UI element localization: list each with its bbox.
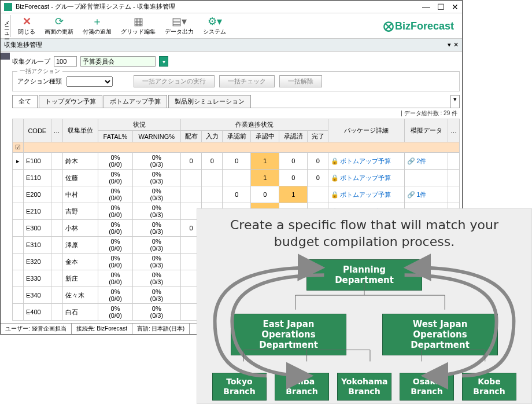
group-dropdown-button[interactable]: ▾ [159, 56, 168, 67]
bulk-release-button[interactable]: 一括解除 [279, 75, 322, 87]
col-status-group: 状況 [98, 119, 181, 131]
col-approved[interactable]: 承認済 [279, 131, 308, 142]
cell-unit: 佐藤 [62, 170, 98, 186]
cell-mock: 🔗2件 [405, 153, 448, 170]
close-button[interactable]: ✕ 閉じる [13, 14, 40, 37]
col-mock[interactable]: 模擬データ [405, 119, 448, 142]
side-tab[interactable]: 収集単位詳細 [1, 53, 10, 60]
row-pointer [13, 203, 24, 220]
tab-bottomup[interactable]: ボトムアップ予算 [104, 95, 167, 108]
data-output-button[interactable]: ▤▾ データ出力 [160, 14, 198, 37]
status-user: ユーザー: 経営企画担当 [1, 324, 72, 334]
group-code-input[interactable] [54, 56, 77, 67]
checkbox-icon[interactable]: ☑ [13, 142, 24, 153]
cell-code: E200 [24, 186, 51, 203]
add-note-button[interactable]: ＋ 付箋の追加 [78, 14, 116, 37]
group-label: 収集グループ [12, 57, 50, 66]
mock-link[interactable]: 🔗1件 [407, 191, 426, 198]
col-input[interactable]: 入力 [202, 131, 223, 142]
data-output-icon: ▤▾ [173, 16, 185, 27]
cell-code: E110 [24, 170, 51, 186]
cell-input [202, 170, 223, 186]
cell-code: E300 [24, 220, 51, 237]
cell-warning: 0%(0/3) [132, 170, 180, 186]
bulk-execute-button[interactable]: 一括アクションの実行 [134, 75, 215, 87]
bulk-check-button[interactable]: 一括チェック [219, 75, 275, 87]
cell-dist [181, 186, 202, 203]
package-link[interactable]: 🔒ボトムアップ予算 [331, 191, 391, 198]
panel-menu-icon[interactable]: ▾ [448, 41, 451, 49]
cell-approved: 0 [279, 153, 308, 170]
cell-warning: 0%(0/3) [132, 186, 180, 203]
window-title: BizForecast - グループ経営管理システム - 収集進捗管理 [16, 2, 422, 11]
col-fatal[interactable]: FATAL% [98, 131, 132, 142]
lock-icon: 🔒 [331, 157, 339, 164]
cell-warning: 0%(0/3) [132, 270, 180, 287]
table-row[interactable]: E200中村0%(0/0)0%(0/3)001🔒ボトムアップ予算🔗1件 [13, 186, 460, 203]
col-unit[interactable]: 収集単位 [62, 119, 98, 142]
cell-fatal: 0%(0/0) [98, 237, 132, 254]
row-pointer [13, 186, 24, 203]
org-west: West Japan Operations Department [382, 314, 498, 355]
toolbar: メニュー ✕ 閉じる ⟳ 画面の更新 ＋ 付箋の追加 ▦ グリッド編集 ▤▾ デ… [1, 13, 462, 39]
status-language: 言語: 日本語(日本) [132, 324, 190, 334]
tab-overflow-button[interactable]: ▾ [450, 95, 460, 108]
panel-close-icon[interactable]: ✕ [453, 41, 459, 49]
panel-title: 収集進捗管理 [4, 41, 42, 49]
package-link[interactable]: 🔒ボトムアップ予算 [331, 157, 391, 164]
cell-package: 🔒ボトムアップ予算 [328, 186, 405, 203]
org-kobe: Kobe Branch [462, 373, 516, 401]
cell-approved: 1 [279, 186, 308, 203]
col-code[interactable]: CODE [24, 119, 51, 142]
col-warning[interactable]: WARNING% [132, 131, 180, 142]
row-pointer [13, 287, 24, 304]
col-dist[interactable]: 配布 [181, 131, 202, 142]
table-row[interactable]: ▸E100鈴木0%(0/0)0%(0/3)000100🔒ボトムアップ予算🔗2件 [13, 153, 460, 170]
tab-simulation[interactable]: 製品別シミュレーション [168, 95, 251, 108]
cell-mock [405, 170, 448, 186]
col-done[interactable]: 完了 [308, 131, 328, 142]
panel-header: 収集進捗管理 ▾✕ [1, 39, 462, 52]
cell-fatal: 0%(0/0) [98, 153, 132, 170]
tab-topdown[interactable]: トップダウン予算 [39, 95, 102, 108]
tab-bar: 全て トップダウン予算 ボトムアップ予算 製品別シミュレーション ▾ [12, 95, 460, 108]
titlebar[interactable]: BizForecast - グループ経営管理システム - 収集進捗管理 — ☐ … [1, 1, 462, 13]
app-icon [4, 3, 12, 11]
cell-dist [181, 170, 202, 186]
cell-warning: 0%(0/3) [132, 153, 180, 170]
tab-all[interactable]: 全て [12, 95, 38, 108]
minimize-button[interactable]: — [422, 2, 430, 12]
refresh-icon: ⟳ [53, 16, 65, 27]
cell-unit: 澤原 [62, 237, 98, 254]
action-type-select[interactable] [66, 76, 113, 87]
cell-warning: 0%(0/3) [132, 254, 180, 270]
cell-fatal: 0%(0/0) [98, 287, 132, 304]
grid-edit-button[interactable]: ▦ グリッド編集 [116, 14, 160, 37]
col-package[interactable]: パッケージ詳細 [328, 119, 405, 142]
table-row[interactable]: E110佐藤0%(0/0)0%(0/3)100🔒ボトムアップ予算 [13, 170, 460, 186]
col-preapprove[interactable]: 承認前 [223, 131, 251, 142]
package-link[interactable]: 🔒ボトムアップ予算 [331, 174, 391, 181]
mock-link[interactable]: 🔗2件 [407, 157, 426, 164]
selection-row[interactable]: ☑ [13, 142, 460, 153]
system-button[interactable]: ⚙▾ システム [198, 14, 231, 37]
maximize-button[interactable]: ☐ [437, 2, 445, 12]
menu-toggle[interactable]: メニュー [3, 15, 11, 37]
cell-package: 🔒ボトムアップ予算 [328, 170, 405, 186]
cell-preapprove: 0 [223, 186, 251, 203]
flow-diagram-overlay: Create a specific flow that will match y… [197, 208, 532, 404]
cell-unit: 白石 [62, 304, 98, 321]
close-window-button[interactable]: ✕ [452, 2, 459, 12]
group-name-input[interactable] [80, 56, 156, 67]
cell-fatal: 0%(0/0) [98, 186, 132, 203]
org-east: East Japan Operations Department [231, 314, 346, 355]
cell-done [308, 186, 328, 203]
grid-icon: ▦ [132, 16, 144, 27]
cell-code: E310 [24, 237, 51, 254]
cell-code: E340 [24, 287, 51, 304]
col-inapprove[interactable]: 承認中 [251, 131, 279, 142]
cell-inapprove: 1 [251, 170, 279, 186]
cell-fatal: 0%(0/0) [98, 304, 132, 321]
refresh-button[interactable]: ⟳ 画面の更新 [40, 14, 78, 37]
cell-warning: 0%(0/3) [132, 304, 180, 321]
